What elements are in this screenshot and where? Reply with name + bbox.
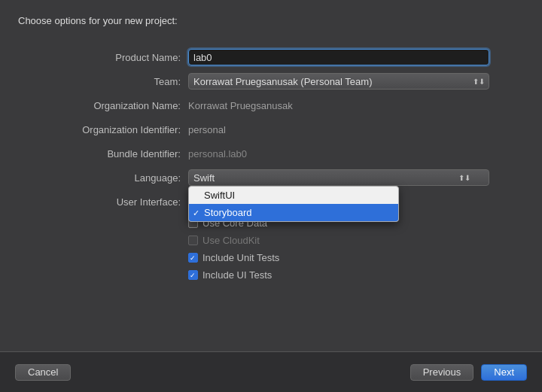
next-button[interactable]: Next [481, 364, 527, 381]
dialog-body: Product Name: Team: Korrawat Pruegsanusa… [0, 34, 542, 351]
language-wrapper: Swift ⬆⬇ SwiftUI ✓ Storyboard [188, 169, 489, 186]
dropdown-item-storyboard-label: Storyboard [204, 207, 252, 218]
use-cloudkit-row: Use CloudKit [188, 235, 489, 246]
team-row: Team: Korrawat Pruegsanusak (Personal Te… [53, 73, 489, 90]
bundle-id-row: Bundle Identifier: personal.lab0 [53, 145, 489, 162]
include-ui-tests-checkbox[interactable] [188, 270, 198, 280]
dropdown-item-swiftui[interactable]: SwiftUI [189, 187, 398, 204]
previous-button[interactable]: Previous [410, 364, 474, 381]
team-select-wrapper: Korrawat Pruegsanusak (Personal Team) ⬆⬇ [188, 73, 489, 90]
org-id-row: Organization Identifier: personal [53, 121, 489, 138]
org-name-control: Korrawat Pruegsanusak [188, 99, 489, 113]
bundle-id-value: personal.lab0 [188, 147, 489, 161]
dialog-header: Choose options for your new project: [0, 0, 542, 34]
product-name-input[interactable] [188, 49, 489, 65]
language-select-display[interactable]: Swift ⬆⬇ [188, 169, 489, 186]
language-current-value: Swift [193, 172, 215, 184]
dialog-title: Choose options for your new project: [18, 15, 178, 26]
cancel-button[interactable]: Cancel [15, 364, 71, 381]
form-table: Product Name: Team: Korrawat Pruegsanusa… [53, 49, 489, 217]
org-id-value: personal [188, 123, 489, 137]
checkboxes-section: Use Core Data Use CloudKit Include Unit … [53, 217, 489, 287]
include-ui-tests-label: Include UI Tests [202, 269, 272, 281]
org-id-control: personal [188, 123, 489, 137]
include-unit-tests-row: Include Unit Tests [188, 252, 489, 263]
use-cloudkit-label: Use CloudKit [202, 235, 260, 246]
org-id-label: Organization Identifier: [53, 124, 188, 135]
product-name-row: Product Name: [53, 49, 489, 65]
team-label: Team: [53, 76, 188, 87]
org-name-label: Organization Name: [53, 100, 188, 111]
include-ui-tests-row: Include UI Tests [188, 269, 489, 281]
include-unit-tests-checkbox[interactable] [188, 253, 198, 263]
footer-left: Cancel [15, 364, 71, 381]
user-interface-label: User Interface: [53, 196, 188, 208]
use-cloudkit-checkbox[interactable] [188, 236, 198, 245]
language-label: Language: [53, 172, 188, 184]
language-dropdown: SwiftUI ✓ Storyboard [188, 186, 399, 222]
bundle-id-control: personal.lab0 [188, 147, 489, 161]
checkmark-icon: ✓ [193, 208, 199, 217]
language-arrow-icon: ⬆⬇ [458, 174, 470, 182]
product-name-label: Product Name: [53, 52, 188, 63]
dropdown-item-storyboard[interactable]: ✓ Storyboard [189, 204, 398, 221]
footer-right: Previous Next [410, 364, 527, 381]
language-control: Swift ⬆⬇ SwiftUI ✓ Storyboard [188, 169, 489, 186]
team-select[interactable]: Korrawat Pruegsanusak (Personal Team) [188, 73, 489, 90]
dropdown-item-swiftui-label: SwiftUI [204, 190, 235, 201]
bundle-id-label: Bundle Identifier: [53, 148, 188, 160]
team-control: Korrawat Pruegsanusak (Personal Team) ⬆⬇ [188, 73, 489, 90]
org-name-row: Organization Name: Korrawat Pruegsanusak [53, 97, 489, 114]
include-unit-tests-label: Include Unit Tests [202, 252, 279, 263]
dialog-footer: Cancel Previous Next [0, 351, 542, 392]
org-name-value: Korrawat Pruegsanusak [188, 99, 489, 113]
dialog: Choose options for your new project: Pro… [0, 0, 542, 392]
product-name-control [188, 49, 489, 65]
language-row: Language: Swift ⬆⬇ SwiftUI [53, 169, 489, 186]
